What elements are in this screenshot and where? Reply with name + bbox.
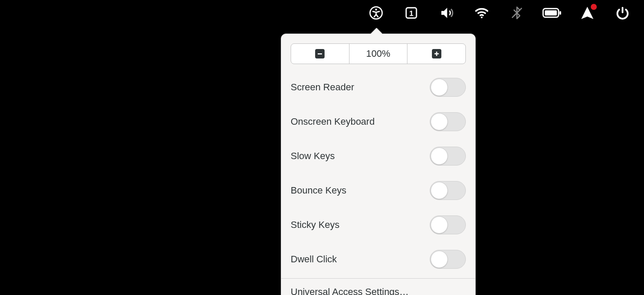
zoom-level-label: 100% — [366, 48, 390, 59]
option-row-onscreen-keyboard: Onscreen Keyboard — [281, 104, 475, 139]
option-label: Onscreen Keyboard — [291, 116, 375, 127]
notification-alert-icon[interactable] — [579, 4, 596, 22]
option-row-dwell-click: Dwell Click — [281, 242, 475, 277]
accessibility-popover: 100% Screen Reader Onscreen Keyboard Slo… — [281, 34, 476, 295]
option-label: Screen Reader — [291, 82, 354, 93]
toggle-onscreen-keyboard[interactable] — [430, 112, 466, 131]
toggle-bounce-keys[interactable] — [430, 181, 466, 200]
option-row-slow-keys: Slow Keys — [281, 139, 475, 173]
toggle-sticky-keys[interactable] — [430, 215, 466, 234]
svg-rect-8 — [318, 53, 322, 55]
keyboard-layout-indicator: 1 — [409, 9, 413, 18]
battery-icon[interactable] — [544, 4, 561, 22]
universal-access-settings-link[interactable]: Universal Access Settings… — [291, 286, 409, 295]
svg-rect-6 — [559, 11, 561, 15]
keyboard-layout-icon[interactable]: 1 — [403, 4, 420, 22]
option-row-screen-reader: Screen Reader — [281, 70, 475, 104]
toggle-screen-reader[interactable] — [430, 78, 466, 97]
svg-point-3 — [481, 16, 483, 18]
accessibility-icon[interactable] — [368, 4, 385, 22]
bluetooth-icon[interactable] — [508, 4, 526, 22]
popover-beak — [370, 28, 382, 34]
zoom-control-row: 100% — [281, 34, 475, 68]
svg-rect-7 — [545, 10, 557, 15]
toggle-slow-keys[interactable] — [430, 147, 466, 166]
svg-point-1 — [375, 9, 377, 11]
option-row-sticky-keys: Sticky Keys — [281, 208, 475, 242]
wifi-icon[interactable] — [473, 4, 490, 22]
power-icon[interactable] — [614, 4, 631, 22]
zoom-in-button[interactable] — [407, 44, 465, 64]
option-row-bounce-keys: Bounce Keys — [281, 173, 475, 208]
minus-icon — [315, 49, 325, 58]
plus-icon — [432, 49, 441, 58]
option-label: Dwell Click — [291, 254, 337, 265]
zoom-level-display: 100% — [349, 44, 407, 64]
zoom-segmented-control: 100% — [291, 43, 466, 64]
toggle-dwell-click[interactable] — [430, 250, 466, 269]
volume-icon[interactable] — [438, 4, 455, 22]
svg-rect-10 — [436, 52, 437, 56]
notification-badge-dot — [591, 4, 597, 10]
option-label: Slow Keys — [291, 151, 335, 162]
option-label: Sticky Keys — [291, 219, 340, 230]
option-label: Bounce Keys — [291, 185, 346, 196]
accessibility-options-list: Screen Reader Onscreen Keyboard Slow Key… — [281, 68, 475, 277]
zoom-out-button[interactable] — [291, 44, 349, 64]
popover-footer: Universal Access Settings… — [281, 279, 475, 295]
menubar: 1 — [0, 0, 644, 26]
